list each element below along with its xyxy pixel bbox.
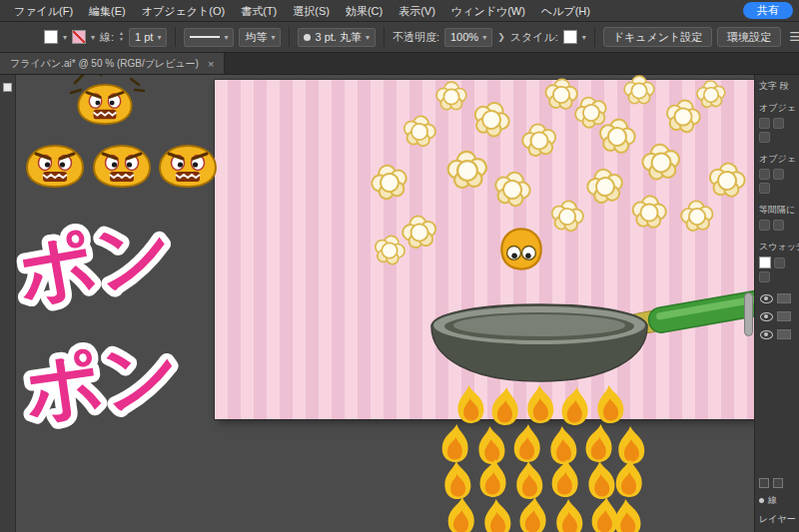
white-swatch[interactable]: [759, 257, 771, 268]
chevron-right-icon[interactable]: ❯: [497, 32, 505, 42]
panel-icon[interactable]: [759, 183, 770, 194]
popcorn[interactable]: [664, 97, 703, 134]
popcorn[interactable]: [401, 114, 437, 148]
flame[interactable]: [551, 458, 580, 498]
popcorn[interactable]: [436, 82, 466, 110]
layer-row[interactable]: [755, 325, 799, 343]
flame[interactable]: [443, 460, 472, 500]
menu-item[interactable]: 編集(E): [81, 0, 134, 22]
flame[interactable]: [555, 498, 583, 532]
opacity-field[interactable]: 100% ▾: [444, 28, 492, 47]
flame[interactable]: [549, 425, 578, 465]
menu-item[interactable]: ウィンドウ(W): [443, 0, 533, 22]
flame[interactable]: [560, 386, 589, 426]
flame[interactable]: [526, 384, 554, 423]
canvas[interactable]: ポンポン: [16, 75, 754, 532]
angry-character[interactable]: [78, 85, 131, 124]
flame[interactable]: [584, 423, 613, 463]
fill-color-swatch[interactable]: [44, 30, 58, 44]
popcorn-character[interactable]: [501, 229, 540, 268]
frying-pan[interactable]: [431, 289, 754, 381]
layer-thumbnail[interactable]: [777, 311, 791, 321]
chevron-down-icon[interactable]: ▾: [91, 33, 95, 42]
popcorn[interactable]: [696, 80, 726, 108]
panel-label[interactable]: スウォッチ: [755, 239, 799, 255]
flame[interactable]: [476, 425, 505, 465]
popcorn[interactable]: [640, 142, 681, 181]
panel-label[interactable]: オブジェ: [755, 151, 799, 167]
flame[interactable]: [515, 460, 543, 499]
popcorn[interactable]: [520, 122, 558, 158]
layer-row[interactable]: [755, 289, 799, 307]
popcorn[interactable]: [544, 78, 578, 110]
popcorn[interactable]: [624, 76, 654, 104]
preferences-button[interactable]: 環境設定: [717, 27, 781, 47]
eye-icon[interactable]: [760, 294, 773, 303]
popcorn[interactable]: [549, 199, 585, 233]
flame[interactable]: [441, 423, 470, 463]
angry-character[interactable]: [160, 146, 216, 187]
width-profile-field[interactable]: 均等 ▾: [239, 28, 281, 47]
popcorn[interactable]: [446, 150, 487, 189]
popcorn[interactable]: [631, 195, 667, 229]
popcorn[interactable]: [372, 233, 407, 266]
stroke-width-field[interactable]: 1 pt ▾: [129, 28, 167, 47]
popcorn[interactable]: [491, 169, 533, 209]
flame[interactable]: [455, 384, 484, 424]
angry-character[interactable]: [27, 146, 83, 187]
panel-menu-icon[interactable]: ☰: [789, 30, 799, 44]
panel-icon[interactable]: [773, 220, 784, 231]
panel-icon[interactable]: [773, 478, 783, 488]
vertical-scrollbar[interactable]: [744, 292, 753, 336]
brush-field[interactable]: 3 pt. 丸筆 ▾: [298, 28, 375, 47]
close-icon[interactable]: ×: [208, 58, 214, 70]
eye-icon[interactable]: [760, 312, 773, 321]
panel-icon[interactable]: [773, 118, 784, 129]
flame[interactable]: [513, 423, 541, 462]
menu-item[interactable]: ヘルプ(H): [533, 0, 598, 22]
panel-icon[interactable]: [759, 271, 770, 282]
panel-icon[interactable]: [759, 169, 770, 180]
panel-label[interactable]: オブジェ: [755, 100, 799, 116]
menu-item[interactable]: 選択(S): [285, 0, 338, 22]
stroke-panel-tab[interactable]: 線: [759, 494, 795, 507]
layer-thumbnail[interactable]: [777, 329, 791, 339]
menu-item[interactable]: ファイル(F): [6, 0, 81, 22]
popcorn[interactable]: [400, 214, 438, 250]
angry-character[interactable]: [94, 146, 150, 187]
flame[interactable]: [596, 384, 625, 424]
flame[interactable]: [483, 498, 512, 532]
stepper-down-icon[interactable]: ▼: [119, 37, 124, 43]
flame[interactable]: [615, 458, 643, 497]
flame[interactable]: [612, 498, 641, 532]
flame[interactable]: [586, 460, 615, 500]
flame[interactable]: [518, 496, 547, 532]
panel-label[interactable]: 文字 段: [755, 78, 799, 94]
flame[interactable]: [617, 425, 645, 464]
menu-item[interactable]: オブジェクト(O): [134, 0, 233, 22]
document-tab[interactable]: フライパン.ai* @ 50 % (RGB/プレビュー) ×: [0, 53, 225, 74]
document-setup-button[interactable]: ドキュメント設定: [603, 27, 713, 47]
chevron-down-icon[interactable]: ▾: [582, 33, 586, 42]
stroke-style-field[interactable]: ▾: [184, 28, 234, 47]
share-button[interactable]: 共有: [743, 2, 793, 19]
eye-icon[interactable]: [760, 330, 773, 339]
panel-icon[interactable]: [759, 132, 770, 143]
menu-item[interactable]: 表示(V): [391, 0, 443, 22]
popcorn[interactable]: [469, 98, 513, 141]
popcorn[interactable]: [369, 162, 410, 202]
layer-thumbnail[interactable]: [777, 293, 791, 303]
panel-label[interactable]: 等間隔に: [755, 202, 799, 218]
pon-text[interactable]: ポン: [19, 327, 185, 433]
panel-icon[interactable]: [759, 220, 770, 231]
pon-text[interactable]: ポン: [16, 206, 179, 316]
flame[interactable]: [478, 458, 507, 498]
tool-swatch[interactable]: [3, 83, 12, 92]
style-swatch[interactable]: [563, 30, 577, 44]
flame[interactable]: [447, 496, 475, 532]
layers-panel-tab[interactable]: レイヤー: [759, 513, 795, 526]
panel-icon[interactable]: [774, 258, 785, 268]
stroke-width-stepper[interactable]: ▲ ▼: [119, 31, 124, 43]
panel-icon[interactable]: [759, 118, 770, 129]
popcorn[interactable]: [584, 166, 625, 205]
